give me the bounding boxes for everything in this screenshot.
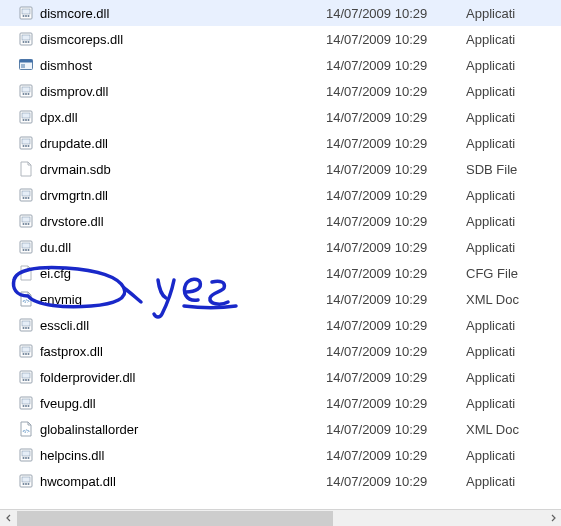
svg-rect-50 xyxy=(22,347,30,352)
file-row[interactable]: </>envmig14/07/2009 10:29XML Doc xyxy=(0,286,561,312)
svg-point-58 xyxy=(28,379,30,381)
svg-rect-6 xyxy=(22,35,30,40)
scroll-thumb[interactable] xyxy=(17,511,333,526)
svg-point-25 xyxy=(23,145,25,147)
svg-point-68 xyxy=(25,457,27,459)
file-type: Applicati xyxy=(466,6,561,21)
exe-icon xyxy=(18,57,34,73)
file-type: Applicati xyxy=(466,240,561,255)
file-type: Applicati xyxy=(466,344,561,359)
file-row[interactable]: folderprovider.dll14/07/2009 10:29Applic… xyxy=(0,364,561,390)
svg-rect-55 xyxy=(22,373,30,378)
file-row[interactable]: drupdate.dll14/07/2009 10:29Applicati xyxy=(0,130,561,156)
file-row[interactable]: drvmgrtn.dll14/07/2009 10:29Applicati xyxy=(0,182,561,208)
svg-point-52 xyxy=(25,353,27,355)
svg-point-30 xyxy=(23,197,25,199)
svg-point-20 xyxy=(23,119,25,121)
file-type: Applicati xyxy=(466,58,561,73)
file-icon xyxy=(18,161,34,177)
file-date: 14/07/2009 10:29 xyxy=(326,318,466,333)
svg-point-36 xyxy=(25,223,27,225)
dll-icon xyxy=(18,395,34,411)
file-row[interactable]: drvmain.sdb14/07/2009 10:29SDB File xyxy=(0,156,561,182)
svg-point-16 xyxy=(25,93,27,95)
file-type: Applicati xyxy=(466,448,561,463)
dll-icon xyxy=(18,473,34,489)
file-row[interactable]: </>globalinstallorder14/07/2009 10:29XML… xyxy=(0,416,561,442)
file-row[interactable]: du.dll14/07/2009 10:29Applicati xyxy=(0,234,561,260)
file-name: esscli.dll xyxy=(40,318,89,333)
xml-icon: </> xyxy=(18,421,34,437)
file-name: fveupg.dll xyxy=(40,396,96,411)
dll-icon xyxy=(18,83,34,99)
file-name: globalinstallorder xyxy=(40,422,138,437)
svg-rect-29 xyxy=(22,191,30,196)
svg-point-74 xyxy=(28,483,30,485)
svg-point-4 xyxy=(28,15,30,17)
svg-point-7 xyxy=(23,41,25,43)
file-row[interactable]: helpcins.dll14/07/2009 10:29Applicati xyxy=(0,442,561,468)
file-row[interactable]: ei.cfg14/07/2009 10:29CFG File xyxy=(0,260,561,286)
svg-rect-14 xyxy=(22,87,30,92)
svg-point-53 xyxy=(28,353,30,355)
svg-point-63 xyxy=(28,405,30,407)
file-type: SDB File xyxy=(466,162,561,177)
svg-point-41 xyxy=(25,249,27,251)
file-list[interactable]: dismcore.dll14/07/2009 10:29Applicatidis… xyxy=(0,0,561,508)
svg-point-26 xyxy=(25,145,27,147)
svg-point-32 xyxy=(28,197,30,199)
file-date: 14/07/2009 10:29 xyxy=(326,240,466,255)
file-type: Applicati xyxy=(466,84,561,99)
file-type: Applicati xyxy=(466,370,561,385)
file-row[interactable]: dismcore.dll14/07/2009 10:29Applicati xyxy=(0,0,561,26)
svg-rect-39 xyxy=(22,243,30,248)
svg-rect-71 xyxy=(22,477,30,482)
file-row[interactable]: dpx.dll14/07/2009 10:29Applicati xyxy=(0,104,561,130)
file-name: ei.cfg xyxy=(40,266,71,281)
svg-point-42 xyxy=(28,249,30,251)
svg-point-62 xyxy=(25,405,27,407)
file-name: dismcoreps.dll xyxy=(40,32,123,47)
file-date: 14/07/2009 10:29 xyxy=(326,214,466,229)
file-date: 14/07/2009 10:29 xyxy=(326,422,466,437)
svg-point-56 xyxy=(23,379,25,381)
file-date: 14/07/2009 10:29 xyxy=(326,396,466,411)
file-date: 14/07/2009 10:29 xyxy=(326,370,466,385)
file-row[interactable]: fveupg.dll14/07/2009 10:29Applicati xyxy=(0,390,561,416)
scroll-track[interactable] xyxy=(17,510,544,527)
file-row[interactable]: drvstore.dll14/07/2009 10:29Applicati xyxy=(0,208,561,234)
file-row[interactable]: hwcompat.dll14/07/2009 10:29Applicati xyxy=(0,468,561,494)
svg-point-51 xyxy=(23,353,25,355)
svg-point-46 xyxy=(23,327,25,329)
file-row[interactable]: dismcoreps.dll14/07/2009 10:29Applicati xyxy=(0,26,561,52)
file-row[interactable]: dismprov.dll14/07/2009 10:29Applicati xyxy=(0,78,561,104)
file-date: 14/07/2009 10:29 xyxy=(326,110,466,125)
file-row[interactable]: fastprox.dll14/07/2009 10:29Applicati xyxy=(0,338,561,364)
file-type: XML Doc xyxy=(466,422,561,437)
svg-rect-24 xyxy=(22,139,30,144)
file-type: Applicati xyxy=(466,110,561,125)
scroll-right-button[interactable] xyxy=(544,510,561,527)
file-name: dpx.dll xyxy=(40,110,78,125)
file-name: hwcompat.dll xyxy=(40,474,116,489)
svg-point-72 xyxy=(23,483,25,485)
file-name: drvmain.sdb xyxy=(40,162,111,177)
svg-point-47 xyxy=(25,327,27,329)
horizontal-scrollbar[interactable] xyxy=(0,509,561,526)
file-row[interactable]: esscli.dll14/07/2009 10:29Applicati xyxy=(0,312,561,338)
file-name: helpcins.dll xyxy=(40,448,104,463)
svg-rect-66 xyxy=(22,451,30,456)
file-name: drvmgrtn.dll xyxy=(40,188,108,203)
svg-point-27 xyxy=(28,145,30,147)
svg-rect-19 xyxy=(22,113,30,118)
scroll-left-button[interactable] xyxy=(0,510,17,527)
file-name: dismprov.dll xyxy=(40,84,108,99)
file-type: CFG File xyxy=(466,266,561,281)
file-date: 14/07/2009 10:29 xyxy=(326,58,466,73)
file-date: 14/07/2009 10:29 xyxy=(326,162,466,177)
file-date: 14/07/2009 10:29 xyxy=(326,188,466,203)
file-row[interactable]: dismhost14/07/2009 10:29Applicati xyxy=(0,52,561,78)
file-icon xyxy=(18,265,34,281)
svg-rect-1 xyxy=(22,9,30,14)
svg-point-57 xyxy=(25,379,27,381)
